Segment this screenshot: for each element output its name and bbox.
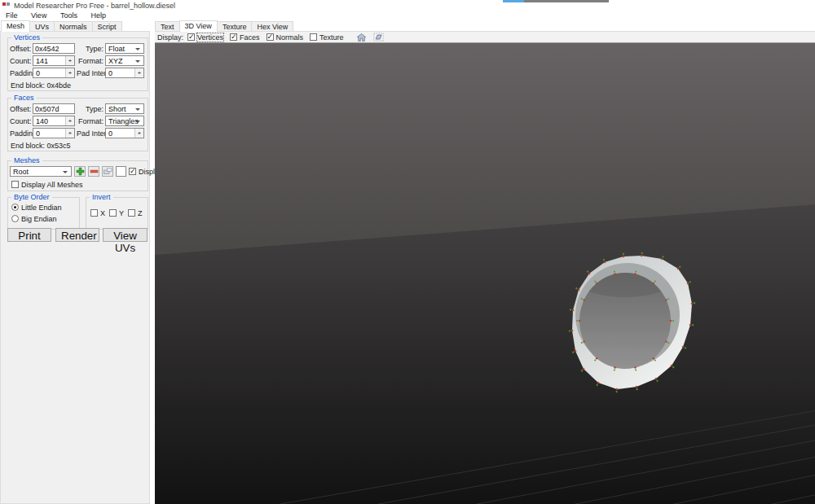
pad-inter-label: Pad Inter: bbox=[77, 69, 104, 77]
stepper-arrows-icon[interactable] bbox=[134, 68, 143, 77]
faces-group: Faces Offset: Type: Short Count: 140 For… bbox=[7, 98, 148, 151]
vertices-offset-input[interactable] bbox=[33, 43, 75, 54]
view-uvs-button[interactable]: View UVs bbox=[103, 228, 148, 242]
menu-help[interactable]: Help bbox=[85, 11, 112, 20]
display-toolbar: Display: Vertices Faces Normals Texture bbox=[155, 31, 815, 42]
invert-caption: Invert bbox=[90, 193, 113, 201]
format-label: Format: bbox=[77, 57, 104, 65]
padding-label: Padding: bbox=[10, 129, 31, 138]
vertices-count-stepper[interactable]: 141 bbox=[33, 55, 75, 66]
vertices-group: Vertices Offset: Type: Float Count: 141 … bbox=[7, 37, 148, 91]
vertices-format-select[interactable]: XYZ bbox=[105, 55, 144, 66]
checkbox-box[interactable] bbox=[90, 209, 98, 217]
little-endian-radio[interactable]: Little Endian bbox=[11, 204, 62, 212]
faces-type-select[interactable]: Short bbox=[105, 103, 144, 114]
home-icon bbox=[357, 33, 366, 42]
count-label: Count: bbox=[10, 117, 31, 125]
show-texture-checkbox[interactable]: Texture bbox=[310, 33, 344, 42]
type-label: Type: bbox=[77, 105, 104, 113]
pad-inter-label: Pad Inter: bbox=[77, 129, 104, 138]
checkbox-box[interactable] bbox=[187, 33, 195, 41]
tab-mesh[interactable]: Mesh bbox=[1, 20, 30, 32]
mesh-select[interactable]: Root bbox=[10, 166, 72, 177]
big-endian-radio[interactable]: Big Endian bbox=[11, 215, 57, 223]
faces-group-caption: Faces bbox=[11, 94, 37, 102]
stepper-arrows-icon[interactable] bbox=[65, 68, 74, 77]
meshes-group-caption: Meshes bbox=[11, 156, 42, 164]
show-vertices-checkbox[interactable]: Vertices bbox=[187, 33, 223, 42]
invert-group: Invert X Y Z bbox=[86, 197, 148, 230]
mesh-panel: Vertices Offset: Type: Float Count: 141 … bbox=[0, 31, 150, 504]
stepper-arrows-icon[interactable] bbox=[134, 129, 143, 138]
checkbox-box[interactable] bbox=[11, 181, 19, 188]
meshes-group: Meshes Root Display Display All Meshes bbox=[7, 160, 148, 191]
invert-z-checkbox[interactable]: Z bbox=[128, 209, 143, 217]
radio-dot[interactable] bbox=[11, 215, 19, 222]
perspective-view-button[interactable] bbox=[372, 33, 385, 42]
checkbox-box[interactable] bbox=[128, 209, 135, 217]
remove-mesh-button[interactable] bbox=[88, 166, 99, 177]
offset-label: Offset: bbox=[10, 105, 31, 113]
titlebar: Model Researcher Pro Free - barrel_hollo… bbox=[0, 0, 815, 11]
radio-dot[interactable] bbox=[11, 204, 19, 211]
layers-icon bbox=[104, 168, 112, 175]
menubar: File View Tools Help bbox=[0, 11, 815, 20]
checkbox-box[interactable] bbox=[109, 209, 117, 217]
vertices-end-block: End block: 0x4bde bbox=[11, 81, 71, 90]
byte-order-group: Byte Order Little Endian Big Endian bbox=[7, 197, 80, 230]
vertices-padding-stepper[interactable]: 0 bbox=[33, 68, 75, 78]
faces-padding-stepper[interactable]: 0 bbox=[33, 128, 75, 138]
top-edge-gray-bar bbox=[524, 0, 609, 2]
minus-icon bbox=[90, 167, 99, 176]
faces-end-block: End block: 0x53c5 bbox=[11, 142, 71, 150]
padding-label: Padding: bbox=[10, 69, 31, 77]
invert-x-checkbox[interactable]: X bbox=[90, 209, 105, 217]
right-tab-strip: Text 3D View Texture Hex View bbox=[155, 20, 293, 32]
app-logo-icon bbox=[2, 2, 11, 8]
tab-3d-view[interactable]: 3D View bbox=[179, 20, 218, 32]
menu-tools[interactable]: Tools bbox=[55, 11, 83, 20]
format-label: Format: bbox=[77, 117, 104, 125]
plus-icon bbox=[76, 167, 85, 176]
perspective-box-icon bbox=[373, 33, 384, 42]
stepper-arrows-icon[interactable] bbox=[65, 56, 74, 65]
menu-view[interactable]: View bbox=[25, 11, 52, 20]
faces-count-stepper[interactable]: 140 bbox=[33, 116, 75, 126]
window-title: Model Researcher Pro Free - barrel_hollo… bbox=[14, 2, 175, 10]
vertices-group-caption: Vertices bbox=[11, 33, 42, 42]
home-view-button[interactable] bbox=[355, 33, 368, 42]
checkbox-box[interactable] bbox=[310, 33, 317, 41]
faces-pad-inter-stepper[interactable]: 0 bbox=[105, 128, 144, 138]
add-mesh-button[interactable] bbox=[74, 166, 86, 177]
stepper-arrows-icon[interactable] bbox=[65, 129, 74, 138]
count-label: Count: bbox=[10, 57, 31, 65]
invert-y-checkbox[interactable]: Y bbox=[109, 209, 124, 217]
type-label: Type: bbox=[77, 45, 104, 53]
offset-label: Offset: bbox=[10, 45, 31, 53]
print-button[interactable]: Print bbox=[7, 228, 51, 242]
mesh-tag-input[interactable] bbox=[116, 166, 126, 177]
checkbox-box[interactable] bbox=[267, 33, 274, 41]
show-normals-checkbox[interactable]: Normals bbox=[267, 33, 304, 42]
vertices-pad-inter-stepper[interactable]: 0 bbox=[105, 68, 144, 78]
faces-offset-input[interactable] bbox=[33, 103, 75, 114]
display-all-meshes-checkbox[interactable]: Display All Meshes bbox=[11, 181, 83, 189]
render-button[interactable]: Render bbox=[55, 228, 99, 242]
left-tab-strip: Mesh UVs Normals Script bbox=[1, 20, 121, 32]
3d-viewport[interactable] bbox=[155, 42, 815, 504]
display-label: Display: bbox=[157, 33, 183, 42]
vertices-type-select[interactable]: Float bbox=[105, 43, 144, 54]
checkbox-box[interactable] bbox=[129, 168, 136, 175]
stepper-arrows-icon[interactable] bbox=[65, 116, 74, 125]
byte-order-caption: Byte Order bbox=[11, 193, 52, 201]
rename-mesh-button[interactable] bbox=[102, 166, 113, 177]
show-faces-checkbox[interactable]: Faces bbox=[230, 33, 260, 42]
menu-file[interactable]: File bbox=[0, 11, 24, 20]
faces-format-select[interactable]: Triangles bbox=[105, 116, 144, 126]
checkbox-box[interactable] bbox=[230, 33, 237, 41]
top-edge-blue-bar bbox=[503, 0, 524, 2]
